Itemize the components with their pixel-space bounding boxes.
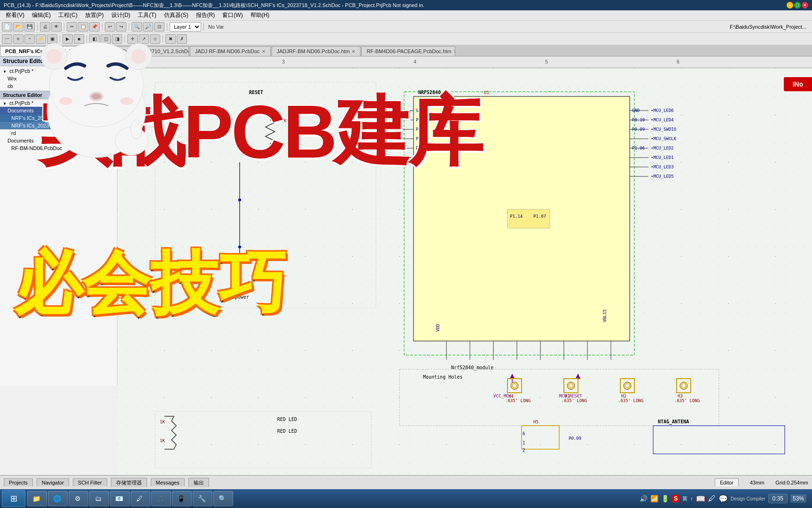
path-label: F:\BaiduSyncdisk\Work_Project... [730, 24, 810, 30]
menu-design[interactable]: 设计(D) [108, 10, 134, 20]
overlay-sub-text: 必会技巧 [14, 249, 287, 318]
tray-input5[interactable]: 💬 [718, 494, 728, 503]
taskbar-app-1[interactable]: 📁 [27, 491, 47, 506]
window-controls: ─ □ ✕ [787, 2, 808, 8]
tab-navigator[interactable]: Navigator [37, 478, 69, 486]
tab-jadj-pcb-label: JADJ RF-BM-ND06.PcbDoc [195, 48, 260, 54]
svg-text:NTAG_ANTENA: NTAG_ANTENA [658, 419, 689, 425]
tray-input3[interactable]: 📖 [696, 494, 705, 503]
menu-help[interactable]: 帮助(H) [247, 10, 273, 20]
delete-btn[interactable]: ✖ [165, 34, 176, 44]
tab-close-4[interactable]: ✕ [351, 49, 355, 54]
tab-rfbm-htm-label: RF-BM4D06-PACEAGE.PcbDoc.htm [367, 48, 451, 54]
menu-project[interactable]: 工程(C) [55, 10, 81, 20]
svg-point-122 [120, 97, 133, 105]
system-tray: 🔊 📶 🔋 S 英 ↑ 📖 🖊 💬 Design Compiler 0:35 5… [640, 494, 810, 503]
taskbar-app-10[interactable]: 🔍 [213, 491, 233, 506]
tab-rfbm-htm[interactable]: RF-BM4D06-PACEAGE.PcbDoc.htm ✕ [361, 46, 455, 56]
tab-messages[interactable]: Messages [151, 478, 185, 486]
svg-point-87 [625, 384, 629, 388]
menu-simulate[interactable]: 仿真器(S) [160, 10, 192, 20]
taskbar-icon-5: 📧 [114, 494, 124, 503]
tab-jadj-pcb[interactable]: JADJ RF-BM-ND06.PcbDoc ✕ [190, 46, 271, 56]
x-btn[interactable]: ✗ [177, 34, 187, 44]
tray-sound-icon[interactable]: 🔊 [640, 495, 648, 502]
close-button[interactable]: ✕ [802, 2, 808, 8]
ruler-mark-5: 5 [545, 59, 548, 64]
sidebar-rd-label: rd [11, 130, 16, 136]
svg-point-116 [131, 49, 146, 64]
taskbar-icon-1: 📁 [31, 494, 41, 503]
tab-editor[interactable]: Editor [715, 478, 739, 486]
tab-storage[interactable]: 存储管理器 [111, 478, 147, 487]
svg-text:•MCU_LED4: •MCU_LED4 [651, 118, 674, 122]
menu-window[interactable]: 窗口(W) [219, 10, 246, 20]
taskbar-icon-10: 🔍 [218, 494, 227, 503]
svg-text:1: 1 [523, 441, 525, 445]
minimize-button[interactable]: ─ [787, 2, 793, 8]
svg-text:VDD: VDD [436, 324, 440, 332]
svg-text:•MCU_LED2: •MCU_LED2 [651, 146, 674, 151]
svg-text:Mounting Holes: Mounting Holes [423, 374, 462, 380]
menu-edit[interactable]: 编辑(E) [28, 10, 55, 20]
taskbar-app-3[interactable]: ⚙ [69, 491, 88, 506]
tab-sch-filter[interactable]: SCH Filter [73, 478, 107, 486]
tray-input1[interactable]: 英 [682, 495, 687, 502]
tab-close-5[interactable]: ✕ [453, 49, 456, 54]
open-btn[interactable]: 📂 [13, 22, 23, 32]
maximize-button[interactable]: □ [794, 2, 801, 8]
tray-input4[interactable]: 🖊 [708, 494, 716, 503]
sidebar-cb-label: cb [8, 83, 13, 89]
wire-btn[interactable]: 〰 [2, 34, 12, 44]
svg-text:H1: H1 [565, 394, 570, 398]
svg-text:P1.06: P1.06 [632, 146, 645, 151]
svg-text:2: 2 [523, 448, 525, 452]
taskbar-app-6[interactable]: 🖊 [131, 491, 150, 506]
svg-text:•MCU_SWCLK: •MCU_SWCLK [651, 136, 677, 141]
tray-input2[interactable]: ↑ [690, 496, 693, 501]
new-btn[interactable]: 📄 [2, 22, 12, 32]
menu-report[interactable]: 报告(R) [192, 10, 219, 20]
svg-text:•MCU_LED3: •MCU_LED3 [651, 165, 674, 169]
menu-bar: 察看(V) 编辑(E) 工程(C) 放置(P) 设计(D) 工具(T) 仿真器(… [0, 10, 812, 21]
taskbar-app-4[interactable]: 🗂 [89, 491, 109, 506]
tree-arrow-icon: ▼ [3, 70, 7, 74]
svg-text:•MCU_LED6: •MCU_LED6 [651, 108, 674, 113]
tab-projects[interactable]: Projects [4, 478, 33, 486]
svg-text:H5: H5 [533, 420, 539, 424]
tab-jadj-htm[interactable]: JADJRF-BM-ND06.PcbDoc.htm ✕ [272, 46, 361, 56]
layer-select[interactable]: Layer 1 [170, 22, 201, 32]
svg-point-109 [238, 198, 241, 201]
svg-point-120 [131, 120, 142, 139]
tab-output[interactable]: 输出 [188, 478, 209, 487]
menu-view[interactable]: 察看(V) [2, 10, 28, 20]
svg-text:1K: 1K [160, 438, 165, 443]
grid-label: Grid:0.254mm [775, 480, 808, 485]
svg-text:H4: H4 [508, 394, 514, 398]
sougou-icon[interactable]: S [672, 495, 679, 502]
taskbar-app-5[interactable]: 📧 [110, 491, 130, 506]
tab-close-3[interactable]: ✕ [262, 49, 265, 54]
ruler-top: 3 4 5 6 [117, 56, 812, 68]
menu-tools[interactable]: 工具(T) [134, 10, 160, 20]
tray-network-icon[interactable]: 📶 [650, 495, 658, 502]
taskbar-app-9[interactable]: 🔧 [193, 491, 212, 506]
sep6 [203, 23, 204, 31]
taskbar-app-8[interactable]: 📱 [172, 491, 192, 506]
taskbar-app-2[interactable]: 🌐 [48, 491, 68, 506]
mascot-character [28, 28, 164, 165]
menu-place[interactable]: 放置(P) [81, 10, 108, 20]
bus-btn[interactable]: ≡ [13, 34, 23, 44]
svg-text:P0.10: P0.10 [632, 118, 645, 122]
svg-point-92 [682, 384, 686, 388]
taskbar-app-7[interactable]: 🎵 [151, 491, 171, 506]
taskbar-icon-2: 🌐 [52, 494, 62, 503]
overlay-sub-span: 必会技巧 [14, 245, 287, 321]
status-bar: Projects Navigator SCH Filter 存储管理器 Mess… [0, 475, 812, 489]
start-button[interactable]: ⊞ [2, 490, 25, 507]
svg-point-82 [569, 384, 573, 388]
svg-text:P1.07: P1.07 [533, 214, 546, 219]
system-clock[interactable]: 0:35 [768, 494, 788, 503]
tray-battery-icon[interactable]: 🔋 [661, 495, 669, 502]
sep5 [167, 23, 167, 31]
